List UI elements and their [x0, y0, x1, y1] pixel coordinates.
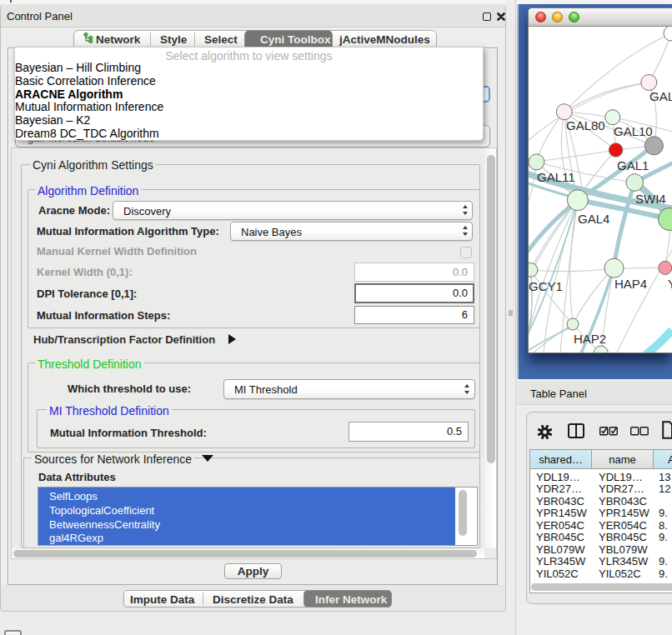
svg-text:HAP4: HAP4: [614, 277, 647, 291]
svg-text:GCY1: GCY1: [529, 279, 563, 293]
svg-text:HAP2: HAP2: [574, 332, 606, 346]
svg-text:Y: Y: [668, 277, 672, 291]
svg-text:GAL80: GAL80: [566, 118, 605, 132]
svg-text:GAL4: GAL4: [578, 212, 609, 226]
svg-text:GAL11: GAL11: [537, 170, 575, 184]
svg-text:GAL10: GAL10: [614, 124, 653, 138]
svg-text:GAL1: GAL1: [617, 158, 649, 172]
svg-text:SWI4: SWI4: [635, 192, 666, 206]
svg-text:GAL2: GAL2: [649, 89, 672, 103]
